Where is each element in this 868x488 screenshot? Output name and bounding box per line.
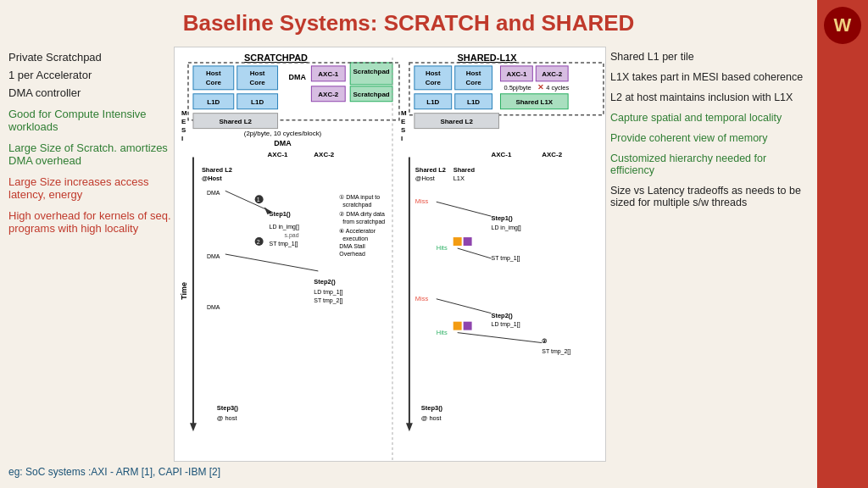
svg-text:✕: ✕ (537, 83, 544, 92)
coherent-view-label: Provide coherent view of memory (610, 132, 813, 144)
large-size-latency-label: Large Size increases access latency, ene… (8, 175, 178, 201)
svg-text:Shared L2: Shared L2 (202, 166, 232, 174)
svg-rect-47 (415, 94, 452, 109)
red-sidebar: W (817, 0, 868, 488)
svg-text:⑥ Accelerator: ⑥ Accelerator (339, 228, 376, 234)
svg-rect-34 (415, 66, 452, 90)
svg-rect-37 (455, 66, 492, 90)
svg-text:Shared L2: Shared L2 (440, 118, 473, 125)
svg-rect-97 (464, 237, 472, 246)
svg-text:DMA: DMA (207, 253, 220, 259)
svg-text:Shared L2: Shared L2 (415, 166, 446, 174)
svg-text:DMA: DMA (207, 190, 220, 196)
svg-text:4 cycles: 4 cycles (546, 84, 569, 92)
svg-text:Step1(): Step1() (492, 214, 514, 222)
svg-text:ST tmp_1[]: ST tmp_1[] (492, 255, 520, 262)
svg-text:Miss: Miss (415, 197, 429, 205)
svg-text:LD tmp_1[]: LD tmp_1[] (492, 321, 520, 328)
svg-point-71 (255, 237, 264, 246)
svg-text:(2pj/byte, 10 cycles/block): (2pj/byte, 10 cycles/block) (244, 130, 322, 137)
svg-text:Scratchpad: Scratchpad (353, 68, 389, 75)
svg-text:2: 2 (257, 239, 260, 245)
svg-text:scratchpad: scratchpad (342, 202, 371, 208)
svg-text:Miss: Miss (415, 295, 429, 302)
svg-text:M: M (401, 109, 407, 117)
right-panel: Shared L1 per tile L1X takes part in MES… (610, 51, 813, 217)
svg-text:L1X: L1X (453, 175, 465, 182)
svg-rect-23 (350, 86, 392, 102)
svg-text:DMA Stall: DMA Stall (339, 243, 365, 249)
svg-text:Step3(): Step3() (217, 404, 239, 412)
svg-text:Shared L2: Shared L2 (220, 118, 253, 125)
svg-line-102 (458, 333, 542, 343)
shared-l1-label: Shared L1 per tile (610, 51, 813, 63)
large-size-label: Large Size of Scratch. amortizes DMA ove… (8, 141, 178, 167)
svg-rect-51 (500, 94, 568, 109)
svg-line-75 (225, 254, 319, 271)
svg-line-100 (437, 299, 492, 313)
svg-text:DMA: DMA (274, 139, 292, 147)
svg-rect-25 (193, 94, 234, 109)
svg-text:Host: Host (206, 69, 221, 77)
svg-text:Core: Core (426, 79, 442, 86)
svg-rect-42 (536, 66, 568, 81)
svg-rect-29 (188, 63, 399, 120)
per-accelerator-label: 1 per Accelerator (8, 69, 178, 81)
svg-text:Host: Host (426, 69, 441, 77)
svg-text:SHARED-L1X: SHARED-L1X (458, 53, 518, 63)
svg-rect-96 (453, 237, 462, 246)
svg-line-91 (437, 202, 492, 216)
svg-text:E: E (181, 118, 186, 125)
svg-point-66 (255, 195, 264, 203)
svg-rect-49 (455, 94, 492, 109)
svg-rect-40 (500, 66, 532, 81)
svg-text:S: S (401, 126, 405, 134)
customized-hierarchy-label: Customized hierarchy needed for efficien… (610, 152, 813, 176)
svg-text:AXC-1: AXC-1 (506, 70, 526, 78)
svg-text:L1D: L1D (467, 98, 480, 106)
svg-rect-27 (237, 94, 278, 109)
svg-rect-54 (415, 114, 499, 129)
svg-rect-30 (193, 114, 278, 129)
svg-text:E: E (401, 118, 405, 125)
svg-text:Host: Host (250, 69, 265, 77)
svg-text:@ host: @ host (217, 414, 238, 422)
svg-text:Shared L1X: Shared L1X (515, 98, 553, 106)
svg-text:1: 1 (257, 197, 260, 202)
page-title: Baseline Systems: SCRATCH and SHARED (0, 10, 817, 36)
svg-text:Step1(): Step1() (270, 210, 292, 218)
svg-text:M: M (181, 109, 187, 117)
svg-text:ST tmp_2[]: ST tmp_2[] (314, 297, 342, 304)
svg-text:AXC-2: AXC-2 (542, 151, 562, 158)
svg-text:Step2(): Step2() (492, 312, 514, 319)
svg-text:Core: Core (206, 79, 222, 86)
svg-text:② DMA dirty data: ② DMA dirty data (339, 211, 385, 218)
private-scratchpad-label: Private Scratchpad (8, 51, 178, 64)
svg-text:②: ② (542, 337, 548, 345)
svg-text:① DMA input to: ① DMA input to (339, 194, 380, 201)
dma-controller-label: DMA controller (8, 86, 178, 99)
svg-text:AXC-2: AXC-2 (314, 151, 334, 158)
svg-text:AXC-1: AXC-1 (268, 151, 288, 158)
bottom-note: eg: SoC systems :AXI - ARM [1], CAPI -IB… (8, 466, 220, 478)
svg-text:ST tmp_2[]: ST tmp_2[] (542, 348, 570, 355)
svg-text:s.pad: s.pad (285, 232, 299, 239)
svg-text:L1D: L1D (207, 98, 220, 106)
size-latency-label: Size vs Latency tradeoffs as needs to be… (610, 185, 813, 208)
svg-text:SCRATCHPAD: SCRATCHPAD (244, 53, 308, 63)
svg-rect-21 (311, 86, 345, 102)
svg-text:LD tmp_1[]: LD tmp_1[] (314, 289, 342, 296)
svg-text:Hits: Hits (437, 329, 448, 336)
svg-text:Scratchpad: Scratchpad (353, 91, 389, 98)
svg-text:AXC-2: AXC-2 (318, 91, 338, 98)
svg-text:LD in_img[]: LD in_img[] (492, 225, 521, 231)
svg-text:@ host: @ host (421, 414, 442, 422)
svg-marker-65 (264, 207, 272, 214)
l2-inclusion-label: L2 at host maintains inclusion with L1X (610, 92, 813, 103)
good-compute-label: Good for Compute Intensive workloads (8, 108, 178, 133)
svg-text:S: S (181, 126, 186, 134)
svg-text:I: I (401, 135, 403, 142)
svg-text:Core: Core (250, 79, 266, 86)
svg-marker-57 (190, 423, 197, 431)
svg-rect-104 (464, 322, 472, 330)
